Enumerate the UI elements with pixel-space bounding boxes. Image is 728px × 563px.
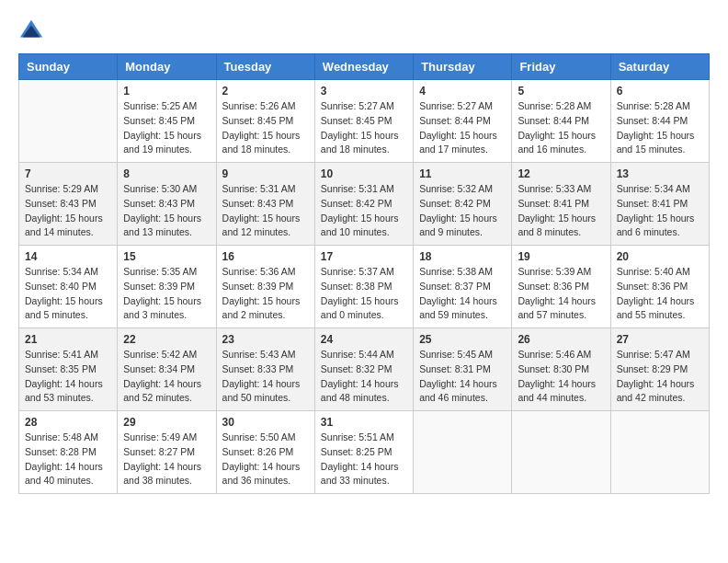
day-info: Sunrise: 5:32 AM Sunset: 8:42 PM Dayligh… (419, 182, 506, 240)
day-info: Sunrise: 5:30 AM Sunset: 8:43 PM Dayligh… (123, 182, 210, 240)
weekday-header-monday: Monday (118, 54, 216, 80)
day-info: Sunrise: 5:49 AM Sunset: 8:27 PM Dayligh… (123, 431, 210, 488)
day-number: 14 (25, 250, 111, 263)
calendar-cell: 12Sunrise: 5:33 AM Sunset: 8:41 PM Dayli… (512, 163, 610, 246)
day-info: Sunrise: 5:25 AM Sunset: 8:45 PM Dayligh… (123, 99, 210, 157)
day-number: 6 (617, 85, 703, 98)
day-info: Sunrise: 5:40 AM Sunset: 8:36 PM Dayligh… (617, 265, 703, 323)
day-number: 24 (321, 333, 407, 346)
calendar-cell: 21Sunrise: 5:41 AM Sunset: 8:35 PM Dayli… (19, 328, 118, 411)
calendar-cell: 9Sunrise: 5:31 AM Sunset: 8:43 PM Daylig… (216, 163, 314, 246)
day-info: Sunrise: 5:29 AM Sunset: 8:43 PM Dayligh… (25, 182, 111, 240)
day-number: 17 (321, 250, 407, 263)
page-header (18, 18, 710, 44)
day-info: Sunrise: 5:31 AM Sunset: 8:42 PM Dayligh… (321, 182, 407, 240)
day-number: 15 (123, 250, 210, 263)
calendar-cell: 5Sunrise: 5:28 AM Sunset: 8:44 PM Daylig… (512, 80, 610, 163)
calendar-cell (414, 411, 512, 494)
day-number: 30 (222, 416, 309, 429)
day-info: Sunrise: 5:44 AM Sunset: 8:32 PM Dayligh… (321, 348, 407, 406)
calendar-cell: 25Sunrise: 5:45 AM Sunset: 8:31 PM Dayli… (414, 328, 512, 411)
calendar-cell: 2Sunrise: 5:26 AM Sunset: 8:45 PM Daylig… (216, 80, 314, 163)
day-number: 5 (518, 85, 604, 98)
calendar-cell: 14Sunrise: 5:34 AM Sunset: 8:40 PM Dayli… (19, 246, 118, 328)
day-number: 25 (419, 333, 506, 346)
day-number: 23 (222, 333, 309, 346)
calendar-cell: 8Sunrise: 5:30 AM Sunset: 8:43 PM Daylig… (118, 163, 216, 246)
calendar-cell: 29Sunrise: 5:49 AM Sunset: 8:27 PM Dayli… (118, 411, 216, 494)
day-info: Sunrise: 5:41 AM Sunset: 8:35 PM Dayligh… (25, 348, 111, 406)
day-info: Sunrise: 5:35 AM Sunset: 8:39 PM Dayligh… (123, 265, 210, 323)
day-number: 2 (222, 85, 309, 98)
calendar-cell: 28Sunrise: 5:48 AM Sunset: 8:28 PM Dayli… (19, 411, 118, 494)
calendar-week-3: 14Sunrise: 5:34 AM Sunset: 8:40 PM Dayli… (19, 246, 710, 328)
day-info: Sunrise: 5:47 AM Sunset: 8:29 PM Dayligh… (617, 348, 703, 406)
calendar-week-2: 7Sunrise: 5:29 AM Sunset: 8:43 PM Daylig… (19, 163, 710, 246)
day-number: 9 (222, 167, 309, 180)
weekday-header-thursday: Thursday (414, 54, 512, 80)
day-info: Sunrise: 5:26 AM Sunset: 8:45 PM Dayligh… (222, 99, 309, 157)
day-number: 10 (321, 167, 407, 180)
day-number: 31 (321, 416, 407, 429)
calendar-cell: 27Sunrise: 5:47 AM Sunset: 8:29 PM Dayli… (610, 328, 709, 411)
calendar-cell: 13Sunrise: 5:34 AM Sunset: 8:41 PM Dayli… (610, 163, 709, 246)
calendar-table: SundayMondayTuesdayWednesdayThursdayFrid… (18, 53, 710, 494)
day-number: 1 (123, 85, 210, 98)
day-number: 12 (518, 167, 604, 180)
calendar-cell: 19Sunrise: 5:39 AM Sunset: 8:36 PM Dayli… (512, 246, 610, 328)
weekday-header-saturday: Saturday (610, 54, 709, 80)
calendar-cell (19, 80, 118, 163)
calendar-cell (610, 411, 709, 494)
day-info: Sunrise: 5:51 AM Sunset: 8:25 PM Dayligh… (321, 431, 407, 488)
calendar-cell: 4Sunrise: 5:27 AM Sunset: 8:44 PM Daylig… (414, 80, 512, 163)
day-number: 8 (123, 167, 210, 180)
day-number: 3 (321, 85, 407, 98)
calendar-cell: 15Sunrise: 5:35 AM Sunset: 8:39 PM Dayli… (118, 246, 216, 328)
calendar-cell: 23Sunrise: 5:43 AM Sunset: 8:33 PM Dayli… (216, 328, 314, 411)
calendar-cell: 24Sunrise: 5:44 AM Sunset: 8:32 PM Dayli… (314, 328, 413, 411)
calendar-cell: 10Sunrise: 5:31 AM Sunset: 8:42 PM Dayli… (314, 163, 413, 246)
calendar-cell: 1Sunrise: 5:25 AM Sunset: 8:45 PM Daylig… (118, 80, 216, 163)
day-info: Sunrise: 5:45 AM Sunset: 8:31 PM Dayligh… (419, 348, 506, 406)
calendar-cell: 22Sunrise: 5:42 AM Sunset: 8:34 PM Dayli… (118, 328, 216, 411)
day-number: 13 (617, 167, 703, 180)
day-info: Sunrise: 5:31 AM Sunset: 8:43 PM Dayligh… (222, 182, 309, 240)
calendar-cell: 6Sunrise: 5:28 AM Sunset: 8:44 PM Daylig… (610, 80, 709, 163)
calendar-cell: 30Sunrise: 5:50 AM Sunset: 8:26 PM Dayli… (216, 411, 314, 494)
day-number: 19 (518, 250, 604, 263)
calendar-cell: 11Sunrise: 5:32 AM Sunset: 8:42 PM Dayli… (414, 163, 512, 246)
day-number: 26 (518, 333, 604, 346)
calendar-week-5: 28Sunrise: 5:48 AM Sunset: 8:28 PM Dayli… (19, 411, 710, 494)
calendar-cell (512, 411, 610, 494)
calendar-week-1: 1Sunrise: 5:25 AM Sunset: 8:45 PM Daylig… (19, 80, 710, 163)
day-info: Sunrise: 5:27 AM Sunset: 8:44 PM Dayligh… (419, 99, 506, 157)
day-number: 11 (419, 167, 506, 180)
day-number: 18 (419, 250, 506, 263)
day-info: Sunrise: 5:34 AM Sunset: 8:40 PM Dayligh… (25, 265, 111, 323)
calendar-cell: 20Sunrise: 5:40 AM Sunset: 8:36 PM Dayli… (610, 246, 709, 328)
calendar-cell: 7Sunrise: 5:29 AM Sunset: 8:43 PM Daylig… (19, 163, 118, 246)
weekday-header-tuesday: Tuesday (216, 54, 314, 80)
day-info: Sunrise: 5:43 AM Sunset: 8:33 PM Dayligh… (222, 348, 309, 406)
day-number: 7 (25, 167, 111, 180)
day-info: Sunrise: 5:46 AM Sunset: 8:30 PM Dayligh… (518, 348, 604, 406)
calendar-cell: 31Sunrise: 5:51 AM Sunset: 8:25 PM Dayli… (314, 411, 413, 494)
day-number: 29 (123, 416, 210, 429)
day-info: Sunrise: 5:34 AM Sunset: 8:41 PM Dayligh… (617, 182, 703, 240)
day-info: Sunrise: 5:38 AM Sunset: 8:37 PM Dayligh… (419, 265, 506, 323)
calendar-week-4: 21Sunrise: 5:41 AM Sunset: 8:35 PM Dayli… (19, 328, 710, 411)
day-number: 16 (222, 250, 309, 263)
calendar-cell: 18Sunrise: 5:38 AM Sunset: 8:37 PM Dayli… (414, 246, 512, 328)
day-number: 21 (25, 333, 111, 346)
calendar-cell: 16Sunrise: 5:36 AM Sunset: 8:39 PM Dayli… (216, 246, 314, 328)
day-number: 28 (25, 416, 111, 429)
logo-icon (18, 18, 44, 44)
weekday-header-friday: Friday (512, 54, 610, 80)
calendar-cell: 26Sunrise: 5:46 AM Sunset: 8:30 PM Dayli… (512, 328, 610, 411)
day-number: 20 (617, 250, 703, 263)
logo (18, 18, 48, 44)
calendar-cell: 17Sunrise: 5:37 AM Sunset: 8:38 PM Dayli… (314, 246, 413, 328)
weekday-header-sunday: Sunday (19, 54, 118, 80)
calendar-cell: 3Sunrise: 5:27 AM Sunset: 8:45 PM Daylig… (314, 80, 413, 163)
day-info: Sunrise: 5:27 AM Sunset: 8:45 PM Dayligh… (321, 99, 407, 157)
